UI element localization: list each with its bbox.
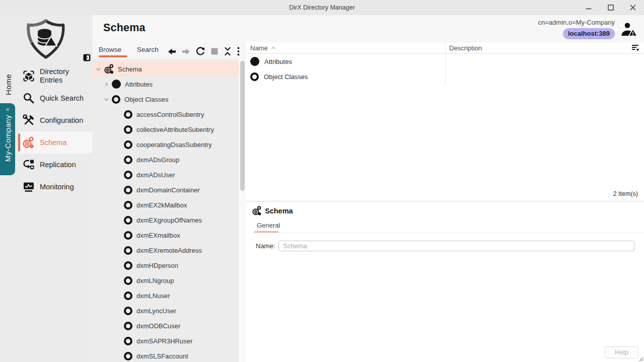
tree-item[interactable]: dxmLyncUser — [93, 303, 239, 318]
tree-item[interactable]: dxmEX2kMailbox — [93, 197, 239, 212]
minimize-button[interactable] — [578, 0, 600, 15]
tree-item[interactable]: dxmEXmailbox — [93, 228, 239, 243]
column-header-description[interactable]: Description — [449, 44, 482, 52]
tree-item-label: dxmEXgroupOfNames — [136, 216, 202, 224]
tree-item-object-classes[interactable]: Object Classes — [93, 92, 239, 107]
tab-search[interactable]: Search — [137, 46, 159, 53]
object-class-icon — [124, 125, 132, 134]
cube-brackets-icon — [22, 69, 35, 83]
schema-hive-icon — [22, 136, 35, 149]
kebab-menu-icon[interactable] — [237, 47, 240, 56]
stop-icon[interactable] — [211, 48, 218, 55]
sidebar-item-quick-search[interactable]: Quick Search — [18, 87, 93, 109]
tree-item-label: dxmSLSFaccount — [136, 352, 188, 360]
back-icon[interactable] — [168, 48, 176, 55]
tree-item-attributes[interactable]: Attributes — [93, 77, 239, 92]
close-button[interactable] — [622, 0, 644, 15]
sort-ascending-icon — [271, 46, 276, 50]
name-input[interactable] — [278, 241, 634, 251]
tree-item-label: dxmADsGroup — [136, 156, 179, 164]
tree-item[interactable]: dxmEXremoteAddress — [93, 243, 239, 258]
cell-name: Attributes — [264, 58, 292, 65]
tree-item[interactable]: dxmHDperson — [93, 258, 239, 273]
sidebar-item-configuration[interactable]: Configuration — [18, 109, 93, 131]
sidebar-item-label: Quick Search — [40, 94, 84, 103]
forward-icon[interactable] — [182, 48, 190, 55]
tree-item[interactable]: dxmDomainContainer — [93, 182, 239, 197]
object-class-icon — [124, 337, 132, 345]
window-title: DirX Directory Manager — [0, 4, 644, 11]
page-title: Schema — [103, 22, 146, 34]
magnifier-icon — [22, 92, 35, 105]
chevron-down-icon[interactable] — [96, 66, 102, 72]
object-class-icon — [124, 110, 132, 119]
ring-icon — [250, 73, 259, 81]
tree-toolbar — [168, 47, 240, 56]
results-table: Name Description Attributes Object Class… — [246, 43, 644, 201]
tree-item[interactable]: accessControlSubentry — [93, 107, 239, 122]
tab-browse[interactable]: Browse — [99, 46, 121, 53]
cell-name: Object Classes — [264, 73, 308, 81]
tree-item[interactable]: dxmADsUser — [93, 167, 239, 182]
tree-item-label: dxmLyncUser — [136, 307, 176, 315]
company-tab-label: My-Company — [4, 115, 12, 162]
tab-divider — [251, 233, 644, 233]
sidebar-item-directory-entries[interactable]: Directory Entries — [18, 65, 93, 87]
tree-item[interactable]: dxmLNuser — [93, 288, 239, 303]
tools-icon — [22, 114, 35, 127]
close-company-tab-icon[interactable]: × — [6, 106, 10, 113]
tree-item-label: Object Classes — [124, 96, 168, 103]
refresh-icon[interactable] — [196, 47, 205, 56]
tab-general[interactable]: General — [257, 222, 280, 229]
tree-item-label: accessControlSubentry — [136, 111, 204, 118]
chevron-right-icon[interactable] — [104, 82, 110, 87]
schema-hive-icon — [104, 63, 115, 75]
tree-item[interactable]: dxmADsGroup — [93, 152, 239, 167]
tree-item-label: collectiveAttributeSubentry — [136, 126, 214, 133]
home-tab[interactable]: Home — [1, 65, 15, 104]
tree-item[interactable]: cooperatingDsasSubentry — [93, 137, 239, 152]
sidebar-item-replication[interactable]: Replication — [18, 154, 93, 176]
content-panel: Name Description Attributes Object Class… — [246, 43, 644, 362]
tree-item[interactable]: dxmSLSFaccount — [93, 348, 239, 362]
sidebar-item-monitoring[interactable]: Monitoring — [18, 176, 93, 198]
resize-grip[interactable] — [638, 356, 643, 361]
tree-scrollbar[interactable] — [239, 59, 246, 362]
tree-item-schema-root[interactable]: Schema — [93, 61, 239, 77]
tree-item-label: dxmADsUser — [136, 171, 175, 179]
object-class-icon — [124, 352, 132, 360]
user-warning-icon[interactable] — [619, 22, 638, 38]
tree-item[interactable]: dxmODBCuser — [93, 318, 239, 333]
object-class-icon — [112, 95, 120, 104]
tree-item-label: dxmLNgroup — [136, 277, 174, 284]
tree-item[interactable]: dxmSAPR3HRuser — [93, 333, 239, 348]
monitor-icon — [22, 180, 35, 193]
tree-item-label: dxmODBCuser — [136, 322, 180, 330]
sidebar-item-schema[interactable]: Schema — [18, 131, 93, 154]
schema-hive-icon — [252, 205, 262, 216]
collapse-all-icon[interactable] — [224, 47, 232, 56]
tree-item[interactable]: dxmLNgroup — [93, 273, 239, 288]
object-class-icon — [124, 231, 132, 240]
tree-item-label: dxmEXremoteAddress — [136, 247, 202, 254]
shield-logo-icon — [21, 17, 70, 62]
scrollbar-thumb[interactable] — [240, 61, 245, 191]
maximize-button[interactable] — [600, 0, 622, 15]
object-class-icon — [124, 140, 132, 149]
tree-item-label: dxmDomainContainer — [136, 186, 200, 194]
detail-title: Schema — [265, 207, 293, 215]
help-button[interactable]: Help — [605, 346, 638, 358]
tree-item-label: dxmHDperson — [136, 262, 178, 269]
filter-list-icon[interactable] — [631, 44, 639, 52]
object-class-icon — [124, 292, 132, 300]
collapse-sidebar-icon[interactable] — [83, 54, 91, 61]
object-class-icon — [124, 216, 132, 225]
chevron-down-icon[interactable] — [104, 97, 110, 102]
name-form-row: Name: — [256, 241, 634, 251]
company-tab[interactable]: × My-Company — [0, 103, 15, 175]
column-header-name[interactable]: Name — [250, 44, 268, 52]
tree-item[interactable]: dxmEXgroupOfNames — [93, 212, 239, 228]
minimize-icon — [586, 5, 592, 11]
sidebar-item-label: Replication — [40, 161, 76, 169]
tree-item[interactable]: collectiveAttributeSubentry — [93, 122, 239, 137]
